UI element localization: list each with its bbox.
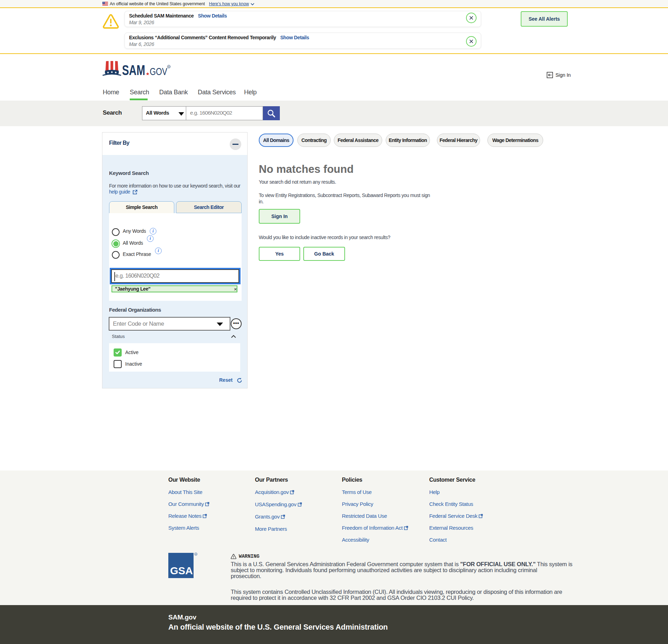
svg-text:R: R	[195, 553, 196, 555]
svg-text:R: R	[168, 66, 170, 68]
svg-text:GOV: GOV	[150, 66, 168, 77]
svg-text:SAM: SAM	[122, 62, 145, 78]
